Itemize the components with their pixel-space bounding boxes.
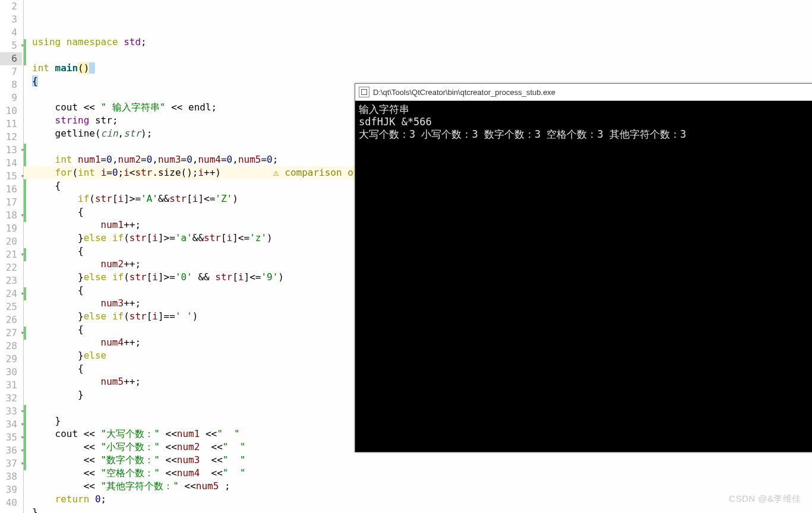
console-output: 输入字符串 sdfHJK &*566 大写个数：3 小写个数：3 数字个数：3 … [355, 101, 812, 143]
console-line: sdfHJK &*566 [359, 116, 812, 128]
console-line: 输入字符串 [359, 103, 812, 116]
line-gutter[interactable]: 2345678910111213141516171819202122232425… [0, 0, 24, 513]
console-titlebar[interactable]: D:\qt\Tools\QtCreator\bin\qtcreator_proc… [355, 84, 812, 101]
console-line: 大写个数：3 小写个数：3 数字个数：3 空格个数：3 其他字符个数：3 [359, 128, 812, 141]
app-icon [359, 87, 369, 97]
console-window[interactable]: D:\qt\Tools\QtCreator\bin\qtcreator_proc… [355, 83, 812, 452]
watermark: CSDN @&李维佳 [729, 493, 801, 505]
console-title: D:\qt\Tools\QtCreator\bin\qtcreator_proc… [373, 88, 555, 97]
